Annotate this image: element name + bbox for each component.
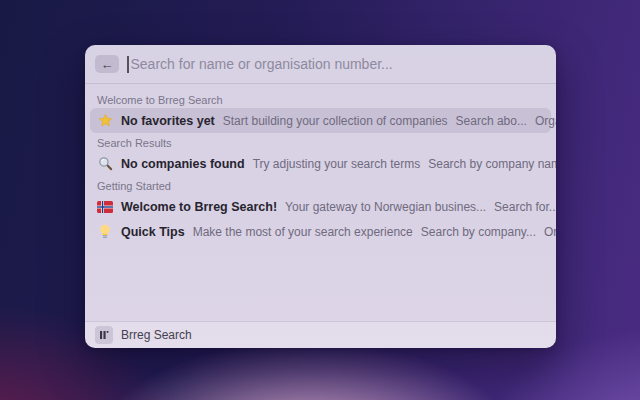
section-header: Getting Started	[90, 176, 551, 194]
footer-app-name: Brreg Search	[121, 328, 192, 342]
launcher-window: ← Welcome to Brreg Search No favorites y…	[85, 45, 556, 348]
magnifying-glass-icon	[97, 156, 113, 172]
section-header: Search Results	[90, 133, 551, 151]
search-input[interactable]	[131, 56, 547, 72]
list-item-subtitle: Make the most of your search experience	[193, 225, 413, 239]
list-item-accessory: Search for...	[494, 200, 556, 214]
back-button[interactable]: ←	[95, 55, 119, 73]
star-icon	[97, 113, 113, 129]
footer-bar: Brreg Search	[85, 321, 556, 348]
norway-flag-icon	[97, 199, 113, 215]
list-item-title: Quick Tips	[121, 225, 185, 239]
list-item-quick-tips[interactable]: Quick Tips Make the most of your search …	[90, 219, 551, 244]
list-item-accessory: Or organization number	[544, 225, 556, 239]
list-item-accessory: Search by company...	[421, 225, 536, 239]
results-list: Welcome to Brreg Search No favorites yet…	[85, 84, 556, 321]
brreg-logo-icon	[95, 326, 113, 344]
back-arrow-icon: ←	[101, 56, 114, 73]
list-item-no-favorites[interactable]: No favorites yet Start building your col…	[90, 108, 551, 133]
text-cursor	[127, 56, 129, 73]
list-item-accessory: Search abo...	[456, 114, 527, 128]
list-item-title: No companies found	[121, 157, 245, 171]
list-item-title: No favorites yet	[121, 114, 215, 128]
list-item-subtitle: Your gateway to Norwegian busines...	[285, 200, 486, 214]
section-header: Welcome to Brreg Search	[90, 90, 551, 108]
list-item-welcome[interactable]: Welcome to Brreg Search! Your gateway to…	[90, 194, 551, 219]
list-item-subtitle: Start building your collection of compan…	[223, 114, 448, 128]
list-item-subtitle: Try adjusting your search terms	[253, 157, 421, 171]
list-item-no-companies[interactable]: No companies found Try adjusting your se…	[90, 151, 551, 176]
list-item-title: Welcome to Brreg Search!	[121, 200, 277, 214]
light-bulb-icon	[97, 224, 113, 240]
list-item-accessory: Organize with custom emojis	[535, 114, 556, 128]
search-bar: ←	[85, 45, 556, 83]
list-item-accessory: Search by company name	[428, 157, 556, 171]
